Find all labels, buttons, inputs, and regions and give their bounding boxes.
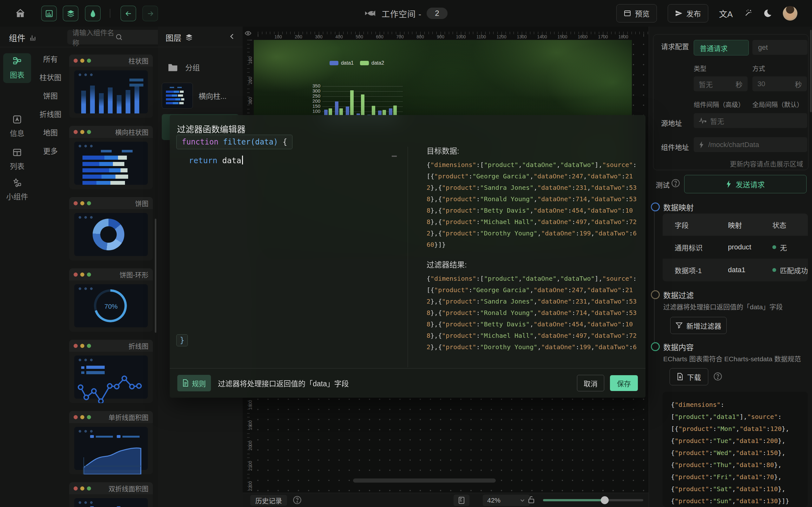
- cancel-button[interactable]: 取消: [577, 375, 604, 391]
- y-tick: 100: [311, 108, 320, 114]
- ruler-number: 1200: [496, 34, 506, 39]
- fish-icon: [364, 9, 376, 18]
- components-title: 组件: [9, 32, 26, 43]
- history-button[interactable]: 历史记录: [250, 495, 287, 506]
- component-card-header: 饼图-环形: [69, 268, 153, 280]
- col-map: 映射: [728, 220, 772, 230]
- timeline-dot-content: [651, 342, 660, 351]
- legend-label-data2: data2: [371, 60, 384, 66]
- add-filter-label: 新增过滤器: [687, 320, 721, 331]
- ruler-number: 1800: [618, 34, 628, 39]
- y-tick: 150: [311, 103, 320, 109]
- y-tick: 200: [311, 98, 320, 104]
- traffic-dot-red: [73, 201, 78, 205]
- traffic-dot-green: [87, 344, 91, 348]
- magic-wand-icon[interactable]: [744, 9, 752, 18]
- component-card[interactable]: 饼图-环形: [69, 268, 153, 332]
- data-content-subtitle: ECharts 图表需符合 ECharts-setdata 数据规范: [663, 354, 801, 363]
- function-signature-chip: function filter(data) {: [176, 135, 293, 149]
- category-item[interactable]: 地图: [38, 125, 63, 139]
- close-brace-chip: }: [176, 334, 188, 346]
- ruler-eye-icon[interactable]: [243, 26, 253, 40]
- ring-percent-label: 70%: [74, 302, 148, 310]
- tab-widgets[interactable]: 小组件: [3, 175, 31, 205]
- component-card[interactable]: 横向柱状图: [69, 126, 153, 189]
- tab-info[interactable]: 信息: [3, 112, 31, 141]
- publish-button[interactable]: 发布: [668, 4, 708, 22]
- tab-charts[interactable]: 图表: [3, 53, 31, 83]
- zoom-slider-knob[interactable]: [601, 496, 609, 504]
- zoom-select[interactable]: 42%: [483, 495, 530, 506]
- component-address-input[interactable]: /mock/chartData: [694, 137, 807, 152]
- layer-item-hbar[interactable]: 横向柱...: [162, 81, 239, 110]
- ruler-number: 400: [335, 34, 343, 39]
- json-line: [{"product":"Mon","data1":120},: [671, 423, 800, 435]
- data-content-json[interactable]: {"dimensions":["product","data1"],"sourc…: [663, 392, 808, 507]
- help-icon[interactable]: [713, 372, 722, 381]
- category-item[interactable]: 折线图: [38, 107, 63, 121]
- component-card[interactable]: 饼图: [69, 197, 153, 261]
- preview-button[interactable]: 预览: [616, 4, 657, 22]
- help-icon[interactable]: [293, 496, 302, 504]
- components-scrollbar[interactable]: [155, 219, 156, 333]
- ruler-number: 1000: [456, 34, 466, 39]
- data-filter-subtitle: 过滤器将处理接口返回值的「data」字段: [663, 302, 783, 311]
- save-button[interactable]: 保存: [610, 375, 638, 391]
- ruler-number: 900: [437, 34, 444, 39]
- workspace-count-badge: 2: [426, 8, 448, 19]
- canvas-horizontal-scrollbar[interactable]: [353, 478, 496, 483]
- traffic-dot-yellow: [80, 487, 84, 491]
- category-item[interactable]: 饼图: [38, 88, 63, 103]
- component-card-header: 柱状图: [69, 55, 153, 66]
- ruler-number: 300: [248, 97, 253, 104]
- rule-badge: 规则: [177, 375, 211, 391]
- collapse-chevron-icon[interactable]: [229, 32, 236, 41]
- avatar[interactable]: [783, 6, 798, 20]
- component-card[interactable]: 单折线面积图: [69, 411, 153, 474]
- ruler-number: 1900: [248, 420, 253, 430]
- dark-mode-moon-icon[interactable]: [763, 9, 772, 18]
- help-icon[interactable]: [671, 179, 680, 187]
- type-label: 类型: [694, 64, 706, 73]
- component-card[interactable]: 折线图: [69, 340, 153, 403]
- zoom-slider[interactable]: [543, 499, 643, 501]
- unlock-icon[interactable]: [527, 495, 535, 504]
- component-address-value: /mock/chartData: [708, 141, 759, 149]
- component-card-title: 饼图: [135, 199, 148, 208]
- request-method-chip[interactable]: get: [752, 40, 808, 55]
- add-filter-button[interactable]: 新增过滤器: [670, 317, 727, 334]
- send-request-button[interactable]: 发送请求: [684, 175, 807, 193]
- component-interval-input[interactable]: 暂无 秒: [694, 76, 748, 91]
- zoom-value: 42%: [487, 497, 501, 504]
- detail-panel-toggle[interactable]: [454, 495, 469, 506]
- source-address-input[interactable]: 暂无: [694, 113, 807, 128]
- component-card[interactable]: 双折线面积图: [69, 482, 153, 507]
- ruler-number: 100: [274, 34, 282, 39]
- json-line: {"product":"Sat","data1":110},: [671, 483, 800, 495]
- download-button[interactable]: 下载: [670, 368, 708, 385]
- code-editor[interactable]: return data: [189, 156, 243, 165]
- component-address-label: 组件地址: [661, 142, 689, 152]
- category-item[interactable]: 更多: [38, 143, 63, 158]
- bar-chart-component[interactable]: data1 data2 350 300 250 200 150 100: [311, 73, 403, 122]
- data-mapping-title: 数据映射: [663, 202, 694, 213]
- category-item[interactable]: 柱状图: [38, 70, 63, 84]
- json-line: {"product":"Wed","data1":150},: [671, 447, 800, 459]
- app-root: 工作空间 - 2 预览 发布 文A 组件 请输入组件名称: [0, 0, 812, 507]
- gridline: [322, 91, 403, 92]
- component-thumbnail: [74, 498, 148, 507]
- tab-list[interactable]: 列表: [3, 145, 31, 174]
- request-type-chip[interactable]: 普通请求: [694, 40, 749, 55]
- right-panel-scrollbar[interactable]: [810, 30, 812, 112]
- layers-stack-icon: [185, 34, 193, 41]
- data-config-panel: 请求配置 普通请求 get 类型 方式 暂无 秒 30 秒 组件间隔（高级） 全…: [649, 26, 812, 507]
- translate-icon[interactable]: 文A: [719, 8, 733, 19]
- legend-swatch-data2: [360, 61, 369, 65]
- y-tick: 250: [311, 93, 320, 99]
- category-item[interactable]: 所有: [38, 51, 63, 66]
- layer-group-item[interactable]: 分组: [158, 58, 252, 76]
- json-line: {"product":"Tue","data1":200},: [671, 435, 800, 447]
- component-card-header: 横向柱状图: [69, 126, 153, 138]
- global-interval-input[interactable]: 30 秒: [752, 76, 807, 91]
- component-card[interactable]: 柱状图: [69, 55, 153, 118]
